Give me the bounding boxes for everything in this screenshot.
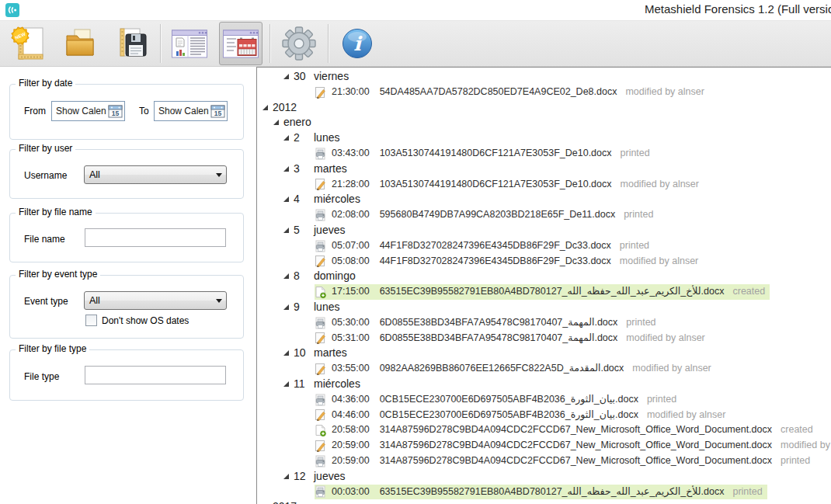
report-view-button[interactable] (168, 22, 211, 65)
tree-group-row[interactable]: 9lunes (257, 300, 831, 315)
settings-button[interactable] (277, 22, 321, 65)
save-button[interactable] (110, 22, 153, 65)
tree-event-row[interactable]: 20:58:00314A87596D278C9BD4A094CDC2FCCD67… (257, 422, 831, 438)
from-date-picker[interactable]: Show Calen 15 (51, 101, 125, 121)
event-row-content: 04:36:000CB15ECE230700E6D697505ABF4B2036… (315, 392, 681, 408)
event-file-name: 314A87596D278C9BD4A094CDC2FCCD67_New_Mic… (380, 438, 772, 454)
event-row-content: 02:08:00595680B4749DB7A99CA8203BD218E65F… (315, 207, 658, 223)
tree-expander-icon[interactable] (283, 196, 289, 202)
tree-event-row[interactable]: 21:28:00103A5130744191480D6CF121A7E3053F… (257, 177, 831, 193)
tree-group-row[interactable]: 4miércoles (257, 192, 831, 207)
created-new-file-icon (315, 424, 326, 436)
tree-event-row[interactable]: 03:43:00103A5130744191480D6CF121A7E3053F… (257, 146, 831, 162)
to-date-picker[interactable]: Show Calen 15 (154, 101, 228, 121)
modified-pencil-icon (315, 440, 326, 452)
tree-group-row[interactable]: 10martes (257, 346, 831, 361)
dont-show-os-dates-checkbox[interactable] (85, 315, 97, 326)
event-type-label: Event type (24, 296, 68, 307)
filter-by-event-type-group: Filter by event type Event type All Don'… (9, 275, 244, 339)
tree-expander-icon[interactable] (283, 474, 289, 479)
tree-event-row[interactable]: 05:30:006D0855E38BD34BFA7A95478C98170407… (257, 315, 831, 331)
event-time: 03:43:00 (332, 146, 370, 162)
tree-expander-icon[interactable] (283, 273, 289, 279)
tree-event-row[interactable]: 05:08:0044F1F8D327028247396E4345DB86F29F… (257, 254, 831, 269)
event-time: 02:08:00 (332, 207, 370, 223)
tree-group-row[interactable]: 11miércoles (257, 377, 831, 392)
event-type-dropdown[interactable]: All (84, 291, 227, 310)
event-time: 04:36:00 (332, 392, 370, 408)
event-file-name: 0CB15ECE230700E6D697505ABF4B2036_بيان_ال… (380, 392, 638, 408)
tree-event-row[interactable]: 05:31:006D0855E38BD34BFA7A95478C98170407… (257, 331, 831, 346)
filter-by-file-type-group: Filter by file type File type (9, 349, 244, 401)
tree-group-row[interactable]: 30viernes (257, 69, 831, 85)
event-row-content: 20:58:00314A87596D278C9BD4A094CDC2FCCD67… (315, 422, 818, 438)
tree-expander-icon[interactable] (283, 166, 289, 172)
tree-expander-icon[interactable] (283, 228, 289, 233)
tree-event-row[interactable]: 20:59:00314A87596D278C9BD4A094CDC2FCCD67… (257, 438, 831, 454)
from-label: From (24, 106, 46, 116)
tree-expander-icon[interactable] (273, 120, 279, 125)
tree-expander-icon[interactable] (283, 135, 289, 141)
event-time: 00:03:00 (332, 485, 370, 500)
event-status: modified by alnser (781, 438, 831, 454)
tree-event-row[interactable]: 03:55:000982AA8269BB86076EE12665FC822A5D… (257, 361, 831, 377)
tree-day-number: 11 (294, 377, 314, 392)
app-window: Metashield Forensics 1.2 (Full version N… (0, 0, 831, 504)
tree-group-row[interactable]: 12jueves (257, 469, 831, 485)
event-status: printed (732, 485, 762, 500)
tree-weekday-label: martes (314, 162, 347, 175)
svg-text:15: 15 (112, 109, 120, 116)
info-icon: i (341, 27, 374, 60)
save-icon (113, 26, 149, 61)
tree-group-row[interactable]: 2017 (257, 499, 831, 504)
event-row-content: 21:30:0054DA485AA7DA5782DC850ED7E4A9CE02… (315, 85, 709, 100)
modified-pencil-icon (315, 408, 326, 421)
tree-event-row[interactable]: 17:15:0063515EC39B95582791EB80A4BD780127… (257, 284, 831, 300)
tree-weekday-label: lunes (314, 131, 339, 144)
tree-group-row[interactable]: 5jueves (257, 223, 831, 238)
event-time: 20:59:00 (332, 438, 370, 454)
event-time: 17:15:00 (332, 284, 370, 300)
tree-group-row[interactable]: 2lunes (257, 130, 831, 146)
new-document-button[interactable]: NEW (7, 22, 50, 65)
tree-group-row[interactable]: 3martes (257, 162, 831, 177)
event-row-content: 20:59:00314A87596D278C9BD4A094CDC2FCCD67… (315, 438, 831, 454)
tree-expander-icon[interactable] (283, 304, 289, 310)
event-row-content: 04:46:000CB15ECE230700E6D697505ABF4B2036… (315, 408, 730, 423)
event-tree[interactable]: 30viernes21:30:0054DA485AA7DA5782DC850ED… (256, 67, 831, 504)
tree-event-row[interactable]: 04:46:000CB15ECE230700E6D697505ABF4B2036… (257, 408, 831, 423)
report-view-icon (171, 27, 208, 60)
tree-expander-icon[interactable] (263, 105, 268, 110)
tree-group-label: 2012 (273, 101, 297, 113)
open-folder-button[interactable] (58, 22, 102, 65)
filter-panel: Filter by date From Show Calen 15 To (0, 67, 256, 504)
event-time: 21:30:00 (332, 85, 370, 100)
svg-text:15: 15 (214, 109, 222, 116)
tree-event-row[interactable]: 21:30:0054DA485AA7DA5782DC850ED7E4A9CE02… (257, 85, 831, 100)
tree-event-row[interactable]: 20:59:00314A87596D278C9BD4A094CDC2FCCD67… (257, 454, 831, 469)
tree-expander-icon[interactable] (283, 381, 289, 387)
tree-group-row[interactable]: 8domingo (257, 269, 831, 284)
file-name-input[interactable] (85, 228, 226, 247)
calendar-view-button[interactable] (219, 22, 263, 65)
tree-event-row[interactable]: 05:07:0044F1F8D327028247396E4345DB86F29F… (257, 238, 831, 254)
username-dropdown[interactable]: All (84, 165, 227, 184)
tree-weekday-label: jueves (314, 224, 345, 236)
event-row-content: 17:15:0063515EC39B95582791EB80A4BD780127… (315, 284, 770, 300)
to-calendar-button[interactable]: 15 (210, 103, 227, 120)
tree-event-row[interactable]: 00:03:0063515EC39B95582791EB80A4BD780127… (257, 485, 831, 500)
info-button[interactable]: i (336, 22, 379, 65)
tree-event-row[interactable]: 04:36:000CB15ECE230700E6D697505ABF4B2036… (257, 392, 831, 408)
from-calendar-button[interactable]: 15 (107, 103, 124, 120)
tree-group-row[interactable]: enero (257, 115, 831, 130)
modified-pencil-icon (315, 363, 326, 375)
tree-expander-icon[interactable] (283, 74, 289, 79)
file-type-input[interactable] (85, 366, 226, 384)
modified-pencil-icon (315, 86, 326, 99)
tree-expander-icon[interactable] (283, 350, 289, 356)
tree-event-row[interactable]: 02:08:00595680B4749DB7A99CA8203BD218E65F… (257, 207, 831, 223)
tree-group-row[interactable]: 2012 (257, 100, 831, 116)
chevron-down-icon (212, 173, 226, 177)
from-date-picker-text: Show Calen (52, 106, 107, 116)
tree-day-number: 30 (294, 69, 314, 85)
